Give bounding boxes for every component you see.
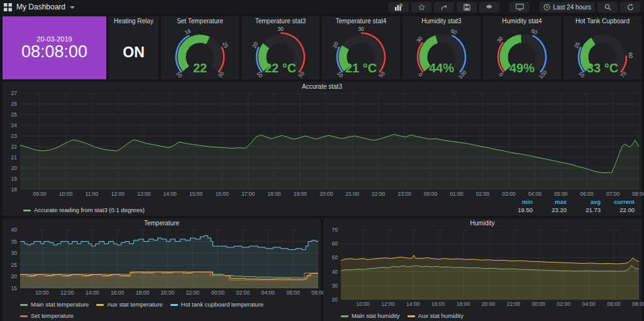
graph-panel-temperature: Temperature 152025303540 10:0012:0014:00…: [3, 218, 321, 321]
svg-text:18: 18: [184, 28, 192, 36]
navbar: My Dashboard Last 24 hours: [0, 0, 644, 14]
svg-text:50: 50: [297, 70, 306, 79]
legend-item[interactable]: Accurate reading from stat3 (0.1 degrees…: [20, 206, 502, 214]
svg-text:0: 0: [498, 71, 505, 77]
svg-text:30: 30: [277, 26, 284, 32]
tv-mode-button[interactable]: [509, 2, 530, 13]
gauge: 1020305022 °C: [242, 26, 319, 79]
svg-text:22: 22: [193, 61, 207, 75]
svg-text:10: 10: [175, 70, 184, 79]
svg-text:21 °C: 21 °C: [345, 61, 377, 75]
refresh-button[interactable]: [620, 2, 640, 13]
gauge-panel-humidity-stat3: Humidity stat3 0306010044%: [402, 16, 480, 79]
dashboard-title[interactable]: My Dashboard: [16, 3, 65, 11]
panel-title[interactable]: Temperature stat4: [322, 16, 400, 26]
time-range-label: Last 24 hours: [553, 4, 591, 11]
star-button[interactable]: [411, 2, 431, 13]
y-axis: 152025303540: [5, 230, 20, 288]
svg-text:44%: 44%: [429, 61, 454, 75]
gauge-panel-set-temperature: Set Temperature 1018253022: [161, 16, 239, 79]
plot-area[interactable]: [341, 230, 639, 300]
gauge: 1025607033 °C: [564, 26, 641, 79]
panel-title[interactable]: Humidity stat4: [483, 16, 561, 26]
svg-text:22 °C: 22 °C: [265, 61, 296, 75]
share-button[interactable]: [434, 2, 454, 13]
legend: Main stat temperatureAux stat temperatur…: [5, 296, 318, 321]
refresh-icon: [627, 4, 634, 11]
heating-relay-panel: Heating Relay ON: [109, 16, 158, 79]
panel-title[interactable]: Accurate stat3: [5, 82, 639, 91]
svg-text:33 °C: 33 °C: [587, 61, 618, 75]
chevron-down-icon[interactable]: [70, 6, 75, 9]
svg-text:70: 70: [619, 70, 628, 79]
gauge-panel-hot-tank-cupboard: Hot Tank Cupboard 1025607033 °C: [564, 16, 641, 79]
legend-item[interactable]: Hot tank cupboard temperature: [170, 301, 264, 308]
x-axis: 10:0012:0014:0016:0018:0020:0022:0000:00…: [20, 288, 318, 296]
x-axis: 10:0012:0014:0016:0018:0020:0022:0000:00…: [341, 300, 639, 308]
svg-text:50: 50: [377, 70, 386, 79]
panel-title[interactable]: Humidity stat3: [402, 16, 480, 26]
panel-title[interactable]: Temperature stat3: [242, 16, 319, 26]
relay-value: ON: [109, 26, 158, 79]
dashboard-grid-icon[interactable]: [4, 3, 12, 11]
svg-text:49%: 49%: [509, 61, 535, 75]
legend: minmaxavgcurrentAccurate reading from st…: [5, 198, 639, 215]
save-button[interactable]: [457, 2, 477, 13]
x-axis: 09:0010:0011:0012:0013:0014:0015:0016:00…: [20, 189, 639, 198]
dashboard-body: 20-03-2019 08:08:00 Heating Relay ON Set…: [0, 14, 644, 321]
svg-text:30: 30: [358, 26, 364, 32]
legend-item[interactable]: Set temperature: [20, 312, 74, 319]
time-picker-button[interactable]: Last 24 hours: [540, 2, 595, 13]
plot-area[interactable]: [20, 93, 639, 189]
svg-text:10: 10: [255, 70, 264, 79]
plot-area[interactable]: [20, 230, 318, 288]
search-button[interactable]: [597, 2, 618, 13]
panel-title[interactable]: Heating Relay: [109, 16, 158, 26]
clock-time: 08:08:00: [21, 43, 87, 60]
graph-panel-accurate-stat3: Accurate stat3 18192021222324252627 09:0…: [3, 82, 641, 216]
clock-panel[interactable]: 20-03-2019 08:08:00: [3, 16, 106, 79]
settings-button[interactable]: [479, 2, 499, 13]
svg-text:10: 10: [577, 70, 586, 79]
gauge: 1020305021 °C: [322, 26, 400, 79]
svg-text:60: 60: [530, 28, 538, 36]
y-axis: 18192021222324252627: [5, 93, 20, 189]
svg-text:10: 10: [336, 70, 345, 79]
legend-item[interactable]: Aux stat humidity: [408, 312, 464, 319]
y-axis: 203040506070: [326, 230, 341, 300]
panel-title[interactable]: Humidity: [326, 218, 639, 228]
gauge: 0306010044%: [402, 26, 480, 79]
svg-text:30: 30: [216, 70, 225, 79]
clock-icon: [543, 4, 550, 11]
panel-title[interactable]: Hot Tank Cupboard: [564, 16, 641, 26]
gauge: 0306010049%: [483, 26, 561, 79]
panel-title[interactable]: Set Temperature: [161, 16, 239, 26]
gauge-panel-humidity-stat4: Humidity stat4 0306010049%: [483, 16, 561, 79]
panel-title[interactable]: Temperature: [5, 218, 318, 228]
svg-text:60: 60: [627, 52, 633, 59]
legend-item[interactable]: Main stat temperature: [20, 301, 89, 308]
legend-item[interactable]: Aux stat temperature: [96, 301, 162, 308]
graph-panel-humidity: Humidity 203040506070 10:0012:0014:0016:…: [323, 218, 641, 321]
legend-item[interactable]: Main stat humidity: [341, 312, 400, 319]
svg-text:60: 60: [450, 28, 458, 36]
gauge: 1018253022: [161, 26, 239, 79]
gauge-panel-temperature-stat4: Temperature stat4 1020305021 °C: [322, 16, 400, 79]
legend: Main stat humidityAux stat humidity: [326, 308, 639, 321]
add-panel-button[interactable]: [389, 2, 409, 13]
search-icon: [604, 4, 611, 11]
svg-text:0: 0: [418, 71, 425, 77]
gauge-panel-temperature-stat3: Temperature stat3 1020305022 °C: [242, 16, 319, 79]
